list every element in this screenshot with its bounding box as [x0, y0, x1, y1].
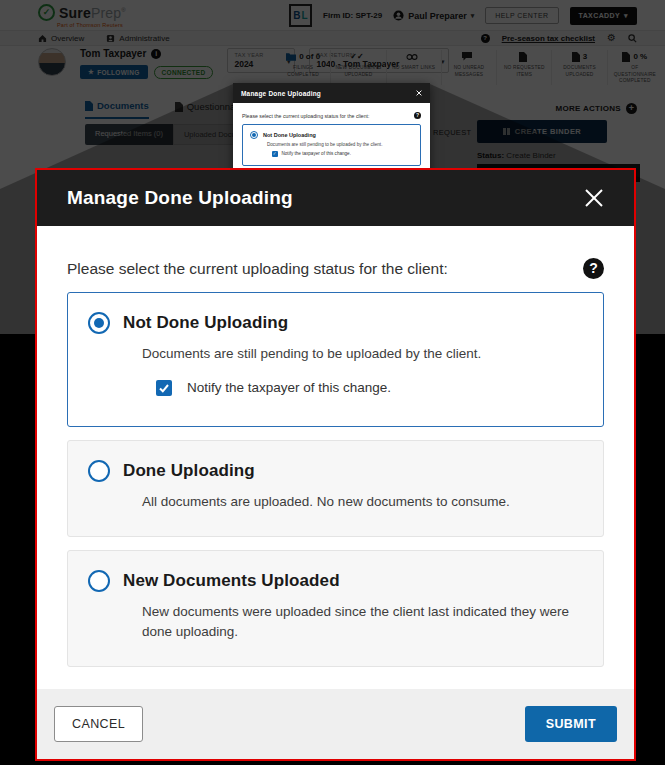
dialog-prompt: Please select the current uploading stat… [67, 260, 448, 278]
option-title: New Documents Uploaded [123, 571, 340, 591]
mini-dialog-title: Manage Done Uploading [241, 90, 321, 97]
help-icon[interactable]: ? [583, 258, 604, 279]
check-icon [158, 382, 170, 394]
mini-dialog-prompt: Please select the current uploading stat… [242, 113, 369, 119]
manage-done-uploading-dialog: Manage Done Uploading Please select the … [35, 168, 636, 761]
option-title: Done Uploading [123, 461, 255, 481]
dialog-body: Please select the current uploading stat… [37, 226, 634, 667]
mini-manage-done-uploading-dialog: Manage Done Uploading Please select the … [233, 83, 430, 175]
radio-done-uploading[interactable] [88, 460, 110, 482]
option-not-done-uploading[interactable]: Not Done Uploading Documents are still p… [67, 292, 604, 427]
option-new-documents-uploaded[interactable]: New Documents Uploaded New documents wer… [67, 550, 604, 667]
close-icon[interactable] [416, 90, 422, 96]
radio-selected-icon[interactable] [250, 131, 258, 139]
option-description: All documents are uploaded. No new docum… [142, 492, 583, 512]
checkbox-checked-icon[interactable]: ✓ [272, 151, 278, 157]
mini-option-not-done-uploading[interactable]: Not Done Uploading Documents are still p… [242, 124, 421, 166]
notify-taxpayer-checkbox[interactable] [156, 380, 172, 396]
help-icon[interactable]: ? [414, 112, 421, 119]
option-done-uploading[interactable]: Done Uploading All documents are uploade… [67, 440, 604, 538]
dialog-title: Manage Done Uploading [67, 187, 293, 209]
dialog-header: Manage Done Uploading [37, 170, 634, 226]
submit-button[interactable]: SUBMIT [525, 706, 617, 742]
option-description: Documents are still pending to be upload… [142, 344, 583, 364]
dialog-footer: CANCEL SUBMIT [37, 689, 634, 759]
option-description: New documents were uploaded since the cl… [142, 602, 583, 641]
radio-new-documents-uploaded[interactable] [88, 570, 110, 592]
option-title: Not Done Uploading [123, 313, 288, 333]
cancel-button[interactable]: CANCEL [54, 706, 143, 742]
radio-not-done-uploading[interactable] [88, 312, 110, 334]
close-icon[interactable] [584, 188, 604, 208]
notify-taxpayer-label: Notify the taxpayer of this change. [187, 380, 391, 395]
